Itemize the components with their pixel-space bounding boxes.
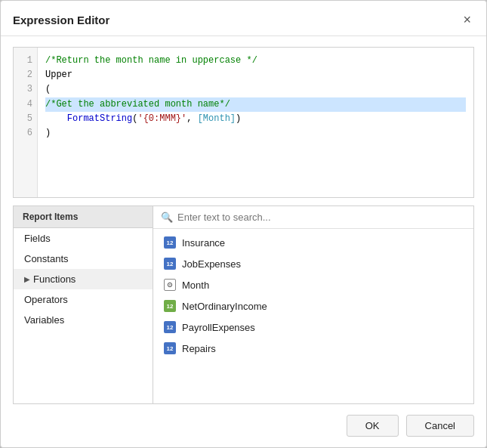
numeric-icon: 12 xyxy=(164,321,176,333)
nav-item-operators[interactable]: Operators xyxy=(14,289,153,310)
nav-item-variables[interactable]: Variables xyxy=(14,310,153,330)
search-input[interactable] xyxy=(177,212,466,223)
nav-item-constants[interactable]: Constants xyxy=(14,249,153,269)
close-button[interactable]: × xyxy=(460,11,474,28)
fields-label: Fields xyxy=(24,233,51,244)
code-line-2: Upper xyxy=(45,68,466,82)
cancel-button[interactable]: Cancel xyxy=(406,415,474,437)
left-panel-header: Report Items xyxy=(14,206,153,228)
code-content[interactable]: /*Return the month name in uppercase */ … xyxy=(38,48,473,197)
functions-label: Functions xyxy=(33,273,76,285)
item-label: Repairs xyxy=(182,343,216,354)
dialog-footer: OK Cancel xyxy=(1,404,486,447)
numeric-icon: 12 xyxy=(164,342,176,354)
variables-label: Variables xyxy=(24,314,64,326)
constants-label: Constants xyxy=(24,253,69,264)
code-line-4: /*Get the abbreviated month name*/ xyxy=(45,97,466,112)
list-item[interactable]: 12 NetOrdinaryIncome xyxy=(153,295,473,317)
item-label: PayrollExpenses xyxy=(182,322,255,333)
line-numbers: 1 2 3 4 5 6 xyxy=(14,48,38,197)
item-label: Insurance xyxy=(182,237,225,249)
dialog-header: Expression Editor × xyxy=(1,1,486,36)
item-label: NetOrdinaryIncome xyxy=(182,301,267,312)
left-panel: Report Items Fields Constants ▶ Function… xyxy=(14,206,153,403)
datetime-icon: ⊙ xyxy=(164,279,176,291)
item-label: Month xyxy=(182,280,209,291)
code-line-1: /*Return the month name in uppercase */ xyxy=(45,54,466,68)
item-label: JobExpenses xyxy=(182,258,241,270)
list-item[interactable]: 12 PayrollExpenses xyxy=(153,317,473,338)
expression-editor-dialog: Expression Editor × 1 2 3 4 5 6 /*Return… xyxy=(0,0,487,448)
code-editor[interactable]: 1 2 3 4 5 6 /*Return the month name in u… xyxy=(13,47,474,198)
operators-label: Operators xyxy=(24,294,68,305)
code-line-6: ) xyxy=(45,126,466,141)
bottom-panel: Report Items Fields Constants ▶ Function… xyxy=(13,205,474,404)
calc-icon: 12 xyxy=(164,300,176,312)
list-item[interactable]: 12 JobExpenses xyxy=(153,253,473,274)
code-line-5: FormatString('{0:MMM}', [Month]) xyxy=(45,112,466,126)
nav-item-functions[interactable]: ▶ Functions xyxy=(14,269,153,289)
nav-item-fields[interactable]: Fields xyxy=(14,228,153,249)
list-item[interactable]: ⊙ Month xyxy=(153,274,473,295)
items-list: 12 Insurance 12 JobExpenses ⊙ Month 12 N… xyxy=(153,229,473,403)
search-bar: 🔍 xyxy=(153,206,473,229)
functions-arrow: ▶ xyxy=(24,275,30,283)
dialog-title: Expression Editor xyxy=(13,14,109,26)
ok-button[interactable]: OK xyxy=(347,415,399,437)
list-item[interactable]: 12 Insurance xyxy=(153,232,473,253)
code-line-3: ( xyxy=(45,82,466,97)
search-icon: 🔍 xyxy=(161,212,173,223)
numeric-icon: 12 xyxy=(164,236,176,249)
list-item[interactable]: 12 Repairs xyxy=(153,338,473,359)
right-panel: 🔍 12 Insurance 12 JobExpenses ⊙ Month 12 xyxy=(153,206,473,403)
numeric-icon: 12 xyxy=(164,258,176,270)
